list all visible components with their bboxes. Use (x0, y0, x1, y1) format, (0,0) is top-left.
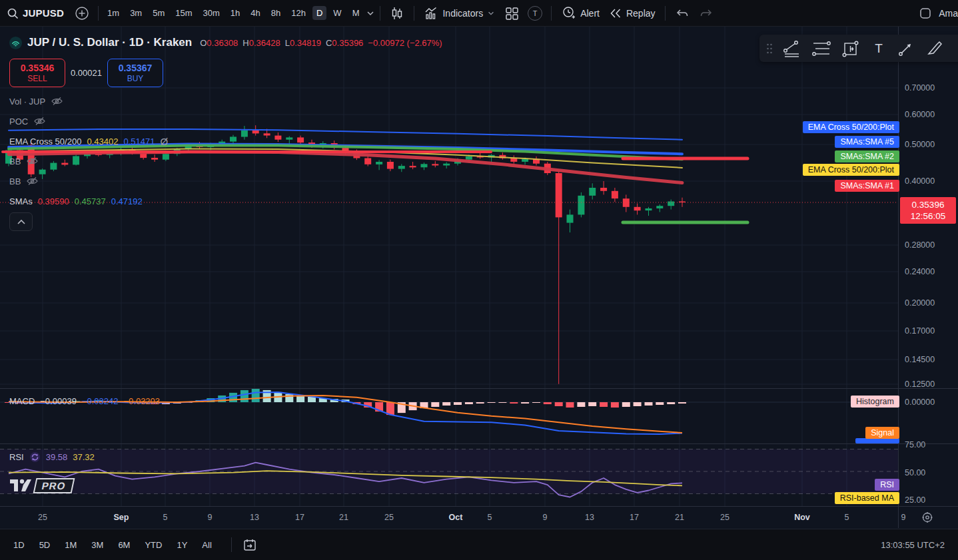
legend-row-ema-cross[interactable]: EMA Cross 50/200 0.43402 0.51471 Ø (9, 135, 168, 148)
range-button-6M[interactable]: 6M (118, 540, 130, 550)
plot-label-sma1[interactable]: SMAs:SMA #1 (835, 180, 899, 192)
range-button-YTD[interactable]: YTD (145, 540, 162, 550)
clock-utc[interactable]: 13:03:55 UTC+2 (881, 540, 945, 550)
search-icon[interactable] (7, 7, 19, 19)
interval-button-1m[interactable]: 1m (103, 6, 123, 20)
sma-value-3: 0.47192 (111, 196, 143, 206)
svg-text:0.40000: 0.40000 (905, 176, 935, 186)
horizontal-lines-tool-icon[interactable] (811, 39, 831, 58)
svg-text:13: 13 (585, 513, 594, 522)
eye-off-icon[interactable] (26, 176, 39, 186)
drag-handle-icon[interactable] (766, 43, 773, 55)
last-price-axis-label: 0.35396 12:56:05 (900, 197, 956, 224)
bb1-legend-label: BB (9, 156, 21, 166)
interval-button-5m[interactable]: 5m (149, 6, 169, 20)
svg-text:0.50000: 0.50000 (905, 140, 935, 149)
template-button[interactable]: T (528, 6, 542, 21)
brush-tool-icon[interactable] (925, 39, 943, 58)
plot-label-sma2[interactable]: SMAs:SMA #2 (835, 150, 899, 162)
interval-button-4h[interactable]: 4h (246, 6, 264, 20)
no-sync-icon[interactable]: Ø (160, 136, 168, 147)
redo-icon[interactable] (694, 3, 718, 23)
alert-label: Alert (580, 8, 600, 19)
rsi-refresh-icon[interactable] (29, 451, 41, 463)
legend-row-bb1[interactable]: BB (9, 154, 39, 168)
legend-row-smas[interactable]: SMAs 0.39590 0.45737 0.47192 (9, 194, 143, 208)
interval-button-W[interactable]: W (329, 6, 345, 20)
interval-button-8h[interactable]: 8h (267, 6, 284, 20)
high-label: H (242, 38, 248, 48)
close-value: 0.35396 (332, 38, 363, 48)
plot-label-ema200[interactable]: EMA Cross 50/200:Plot (803, 121, 899, 133)
sell-button[interactable]: 0.35346 SELL (9, 59, 65, 87)
svg-text:75.00: 75.00 (905, 440, 925, 449)
interval-button-12h[interactable]: 12h (287, 6, 310, 20)
collapse-legend-button[interactable] (9, 212, 33, 231)
svg-text:25: 25 (38, 513, 47, 522)
interval-button-1h[interactable]: 1h (227, 6, 244, 20)
plot-label-sma5[interactable]: SMAs:SMA #5 (835, 136, 899, 148)
indicators-icon (424, 6, 438, 21)
chart-style-candles-icon[interactable] (385, 3, 409, 23)
legend-row-rsi[interactable]: RSI 39.58 37.32 (9, 450, 95, 463)
symbol-title[interactable]: JUP / U. S. Dollar · 1D · Kraken (27, 36, 192, 49)
svg-text:0.00000: 0.00000 (905, 398, 935, 407)
plot-label-signal[interactable]: Signal (865, 427, 899, 439)
jup-logo (9, 37, 22, 49)
layout-grid-icon[interactable] (500, 3, 524, 23)
eye-off-icon[interactable] (51, 97, 63, 106)
interval-button-15m[interactable]: 15m (171, 6, 196, 20)
eye-off-icon[interactable] (26, 156, 39, 166)
range-button-5D[interactable]: 5D (39, 540, 51, 550)
legend-row-poc[interactable]: POC (9, 115, 46, 128)
svg-text:9: 9 (543, 513, 548, 522)
close-label: C (326, 38, 332, 48)
interval-button-M[interactable]: M (348, 6, 364, 20)
interval-button-3m[interactable]: 3m (126, 6, 146, 20)
buy-button[interactable]: 0.35367 BUY (107, 59, 163, 87)
last-price-value: 0.35396 (900, 199, 956, 210)
svg-text:0.28000: 0.28000 (905, 240, 935, 250)
replay-button[interactable]: Replay (604, 4, 660, 23)
sell-price: 0.35346 (21, 63, 55, 74)
legend-row-bb2[interactable]: BB (9, 174, 39, 188)
go-to-date-icon[interactable] (242, 537, 257, 552)
range-button-All[interactable]: All (202, 540, 211, 550)
plot-label-histogram[interactable]: Histogram (851, 396, 899, 408)
ema-cross-value-2: 0.51471 (123, 137, 155, 146)
plot-label-macd-peek[interactable] (855, 438, 899, 443)
indicators-label: Indicators (442, 8, 483, 19)
symbol-search-button[interactable]: JUPUSD (23, 7, 64, 19)
legend-row-macd[interactable]: MACD −0.00039 −0.03242 −0.03203 (9, 394, 160, 408)
indicators-button[interactable]: Indicators (419, 3, 500, 23)
range-button-1Y[interactable]: 1Y (177, 540, 187, 550)
interval-button-D[interactable]: D (312, 6, 326, 20)
interval-button-30m[interactable]: 30m (199, 6, 224, 20)
range-button-1M[interactable]: 1M (65, 540, 77, 550)
arrow-tool-icon[interactable] (897, 39, 915, 58)
eye-off-icon[interactable] (33, 117, 46, 126)
plot-label-rsi-ma[interactable]: RSI-based MA (835, 492, 899, 504)
plot-label-rsi[interactable]: RSI (875, 479, 899, 491)
compare-add-icon[interactable] (75, 6, 89, 21)
toolbar-divider (414, 6, 414, 21)
svg-text:0.12500: 0.12500 (905, 380, 935, 389)
legend-row-volume[interactable]: Vol · JUP (9, 95, 63, 108)
sma-value-1: 0.39590 (38, 196, 69, 206)
undo-icon[interactable] (670, 3, 694, 23)
save-layout-icon[interactable] (919, 7, 932, 20)
text-tool-icon[interactable]: T (870, 40, 887, 57)
range-button-1D[interactable]: 1D (13, 540, 25, 550)
svg-text:13: 13 (250, 513, 259, 522)
interval-group: 1m3m5m15m30m1h4h8h12hDWM (103, 6, 363, 20)
chart-canvas[interactable]: 0.700000.600000.500000.400000.280000.240… (0, 27, 958, 528)
sma-value-2: 0.45737 (75, 196, 106, 206)
trend-line-tool-icon[interactable] (782, 39, 802, 58)
layout-name[interactable]: Ama (939, 8, 958, 19)
plot-label-ema50[interactable]: EMA Cross 50/200:Plot (803, 164, 899, 176)
range-button-3M[interactable]: 3M (91, 540, 103, 550)
svg-text:25: 25 (384, 513, 394, 522)
projection-tool-icon[interactable] (841, 39, 861, 58)
interval-chevron-down-icon[interactable] (366, 9, 375, 18)
alert-button[interactable]: Alert (556, 3, 604, 23)
